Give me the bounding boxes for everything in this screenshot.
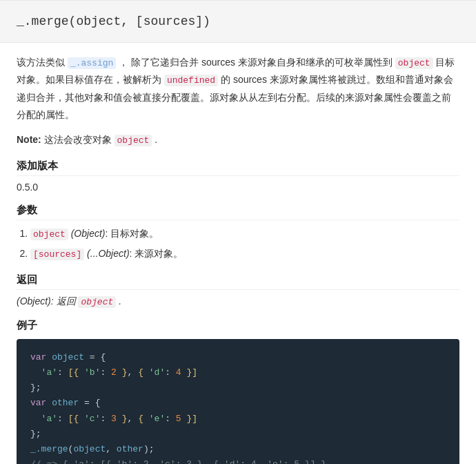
note-label: Note:	[17, 134, 41, 145]
note-end: .	[155, 134, 157, 145]
code-block: var object = { 'a': [{ 'b': 2 }, { 'd': …	[17, 339, 459, 464]
example-heading: 例子	[17, 319, 459, 332]
params-heading: 参数	[17, 204, 459, 220]
object-code: object	[395, 57, 433, 69]
add-version-heading: 添加版本	[17, 160, 459, 176]
return-description: (Object): 返回	[17, 296, 78, 307]
note-text: 这法会改变对象	[44, 134, 115, 145]
code-line: var object = {	[30, 350, 446, 365]
description-text: 该方法类似 _.assign ， 除了它递归合并 sources 来源对象自身和…	[17, 54, 459, 124]
version-text: 0.5.0	[17, 182, 459, 193]
code-line: };	[30, 380, 446, 396]
param1-type: (Object): 目标对象。	[71, 228, 159, 239]
code-line: _.merge(object, other);	[30, 442, 446, 457]
params-list: object (Object): 目标对象。 [sources] (...Obj…	[30, 226, 459, 262]
code-line: var other = {	[30, 396, 446, 411]
param2-code: [sources]	[30, 249, 84, 260]
list-item: object (Object): 目标对象。	[30, 226, 459, 242]
note-box: Note: 这法会改变对象 object .	[17, 132, 459, 148]
return-text: (Object): 返回 object .	[17, 296, 459, 308]
content-area: 该方法类似 _.assign ， 除了它递归合并 sources 来源对象自身和…	[0, 54, 476, 464]
code-line: 'a': [{ 'b': 2 }, { 'd': 4 }]	[30, 365, 446, 380]
code-line: // => { 'a': [{ 'b': 2, 'c': 3 }, { 'd':…	[30, 457, 446, 464]
param1-code: object	[30, 229, 68, 240]
assign-link[interactable]: _.assign	[68, 57, 116, 69]
undefined-code: undefined	[164, 75, 218, 86]
param2-type: (...Object): 来源对象。	[87, 248, 183, 259]
list-item: [sources] (...Object): 来源对象。	[30, 246, 459, 262]
method-signature-block: _.merge(object, [sources])	[0, 0, 476, 43]
page-container: _.merge(object, [sources]) 该方法类似 _.assig…	[0, 0, 476, 464]
code-line: 'a': [{ 'c': 3 }, { 'e': 5 }]	[30, 412, 446, 427]
return-heading: 返回	[17, 273, 459, 290]
method-signature: _.merge(object, [sources])	[17, 14, 210, 28]
code-line: };	[30, 427, 446, 442]
return-code: object	[78, 296, 116, 308]
note-code: object	[115, 135, 152, 146]
return-end: .	[116, 296, 121, 307]
